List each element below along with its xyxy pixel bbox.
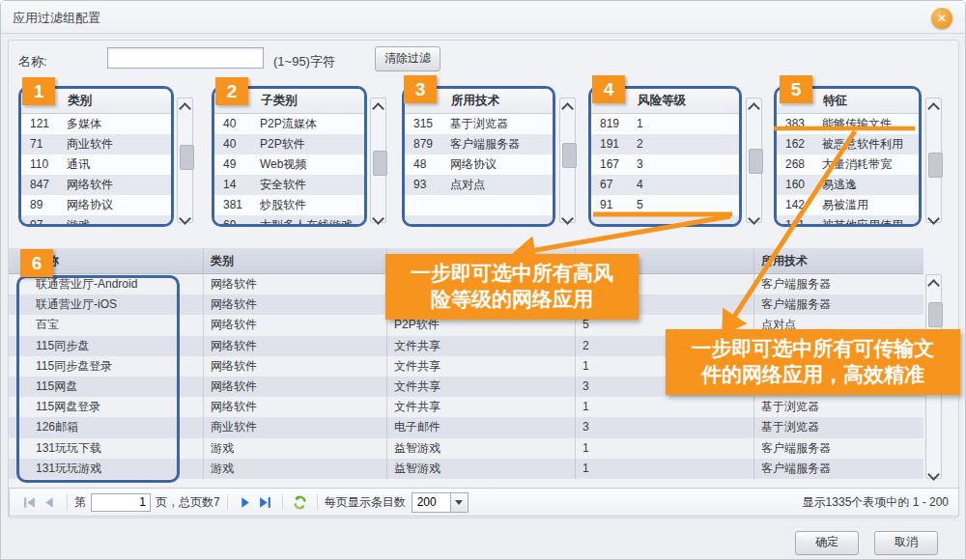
item-count: 71 xyxy=(21,134,67,154)
item-label: 游戏 xyxy=(67,218,90,227)
list-item[interactable]: 162被恶意软件利用 xyxy=(777,134,919,154)
cell-name: 115网盘 xyxy=(9,377,204,397)
list-item[interactable]: 49Web视频 xyxy=(214,154,364,175)
list-item[interactable]: 847网络软件 xyxy=(21,175,171,195)
table-summary-text: 显示1335个表项中的 1 - 200 xyxy=(803,494,949,511)
item-label: P2P流媒体 xyxy=(260,117,317,130)
scrollbar-thumb[interactable] xyxy=(749,149,763,174)
item-count: 49 xyxy=(214,154,260,175)
panel-risk-level: 风险等级 8191 1912 1673 674 915 xyxy=(588,86,742,227)
list-item[interactable]: 381炒股软件 xyxy=(214,195,364,215)
cell-name: 131玩玩游戏 xyxy=(9,459,204,479)
item-label: 炒股软件 xyxy=(260,198,306,211)
clear-filter-button[interactable]: 清除过滤 xyxy=(375,46,440,71)
column-header-category[interactable]: 类别 xyxy=(204,248,387,273)
ok-button[interactable]: 确定 xyxy=(795,531,859,555)
table-row[interactable]: 131玩玩下载游戏益智游戏1客户端服务器 xyxy=(9,438,923,459)
scrollbar-thumb[interactable] xyxy=(562,143,577,168)
per-page-value: 200 xyxy=(412,492,451,513)
per-page-label: 每页显示条目数 xyxy=(325,494,406,511)
scrollbar-track[interactable] xyxy=(927,120,940,212)
item-count: 819 xyxy=(591,114,637,134)
scroll-up-arrow[interactable] xyxy=(926,281,941,296)
list-item[interactable]: 93点对点 xyxy=(405,175,553,195)
close-icon[interactable]: ✕ xyxy=(931,8,952,29)
table-row[interactable]: 131玩玩游戏游戏益智游戏1客户端服务器 xyxy=(9,459,923,479)
scroll-up-arrow[interactable] xyxy=(371,104,385,120)
item-label: 被其他应用使用 xyxy=(822,218,903,227)
item-count: 40 xyxy=(214,114,260,134)
column-header-technology[interactable]: 所用技术 xyxy=(754,248,923,273)
list-item[interactable]: 69大型多人在线游戏 xyxy=(214,215,364,227)
list-item[interactable]: 8191 xyxy=(591,114,739,134)
per-page-select[interactable]: 200 xyxy=(412,492,469,513)
list-item[interactable]: 160易逃逸 xyxy=(777,175,919,195)
scroll-down-arrow[interactable] xyxy=(926,214,941,230)
item-count: 40 xyxy=(214,134,260,154)
list-item[interactable]: 1912 xyxy=(591,134,739,154)
list-item[interactable]: 40P2P软件 xyxy=(214,134,364,154)
list-item[interactable]: 110通讯 xyxy=(21,154,171,175)
scroll-down-arrow[interactable] xyxy=(747,214,761,230)
list-item[interactable]: 1673 xyxy=(591,154,739,175)
scroll-down-arrow[interactable] xyxy=(178,214,192,230)
list-item[interactable]: 71商业软件 xyxy=(21,134,171,154)
separator xyxy=(317,494,318,510)
scrollbar-track[interactable] xyxy=(179,120,191,212)
item-label: 多媒体 xyxy=(67,117,101,130)
list-item[interactable]: 268大量消耗带宽 xyxy=(777,154,919,175)
scroll-up-arrow[interactable] xyxy=(926,104,941,120)
previous-page-icon[interactable] xyxy=(43,495,57,510)
item-count: 67 xyxy=(591,175,637,195)
item-count: 93 xyxy=(405,175,450,195)
scrollbar-track[interactable] xyxy=(561,120,574,212)
feature-scrollbar xyxy=(925,98,942,223)
list-item[interactable]: 89网络协议 xyxy=(21,195,171,215)
cell-technology: 客户端服务器 xyxy=(754,294,923,315)
scroll-up-arrow[interactable] xyxy=(178,104,192,120)
scroll-up-arrow[interactable] xyxy=(747,104,761,120)
item-count: 268 xyxy=(777,154,822,175)
list-item[interactable]: 383能够传输文件 xyxy=(777,114,919,134)
list-item[interactable]: 48网络协议 xyxy=(405,154,553,175)
item-label: 2 xyxy=(637,137,643,151)
next-page-icon[interactable] xyxy=(238,495,252,510)
list-item[interactable]: 879客户端服务器 xyxy=(405,134,553,154)
list-item[interactable]: 121多媒体 xyxy=(21,114,171,134)
refresh-icon[interactable] xyxy=(293,495,307,510)
scroll-down-arrow[interactable] xyxy=(371,214,385,230)
scroll-down-arrow[interactable] xyxy=(926,470,941,486)
list-item[interactable]: 315基于浏览器 xyxy=(405,114,553,134)
cell-name: 115同步盘 xyxy=(9,336,204,356)
scrollbar-track[interactable] xyxy=(748,120,760,212)
name-input[interactable] xyxy=(107,47,264,69)
list-item[interactable]: 40P2P流媒体 xyxy=(214,114,364,134)
item-label: 网络软件 xyxy=(67,178,113,191)
scrollbar-thumb[interactable] xyxy=(928,302,943,327)
dropdown-arrow-icon[interactable] xyxy=(451,492,469,513)
scrollbar-thumb[interactable] xyxy=(373,151,387,176)
list-item[interactable]: 161被其他应用使用 xyxy=(777,215,919,227)
list-item-empty xyxy=(405,195,553,215)
table-row[interactable]: 115网盘登录网络软件文件共享1基于浏览器 xyxy=(9,397,923,417)
list-item[interactable]: 14安全软件 xyxy=(214,175,364,195)
first-page-icon[interactable] xyxy=(22,495,37,510)
scrollbar-track[interactable] xyxy=(372,120,384,212)
scroll-down-arrow[interactable] xyxy=(560,214,575,230)
cancel-button[interactable]: 取消 xyxy=(874,531,938,555)
cell-subcategory: 文件共享 xyxy=(387,397,576,417)
risk-callout-line2: 险等级的网络应用 xyxy=(385,286,639,312)
list-item[interactable]: 915 xyxy=(591,195,739,215)
list-item[interactable]: 674 xyxy=(591,175,739,195)
page-number-input[interactable] xyxy=(91,493,151,512)
last-page-icon[interactable] xyxy=(258,495,272,510)
category-scrollbar xyxy=(177,98,193,223)
scrollbar-thumb[interactable] xyxy=(928,153,943,178)
list-item[interactable]: 142易被滥用 xyxy=(777,195,919,215)
cell-risk: 3 xyxy=(576,417,754,437)
scrollbar-thumb[interactable] xyxy=(180,145,194,170)
scroll-up-arrow[interactable] xyxy=(560,104,575,120)
item-label: P2P软件 xyxy=(260,137,305,151)
list-item[interactable]: 97游戏 xyxy=(21,215,171,227)
table-row[interactable]: 126邮箱商业软件电子邮件3基于浏览器 xyxy=(9,417,923,437)
